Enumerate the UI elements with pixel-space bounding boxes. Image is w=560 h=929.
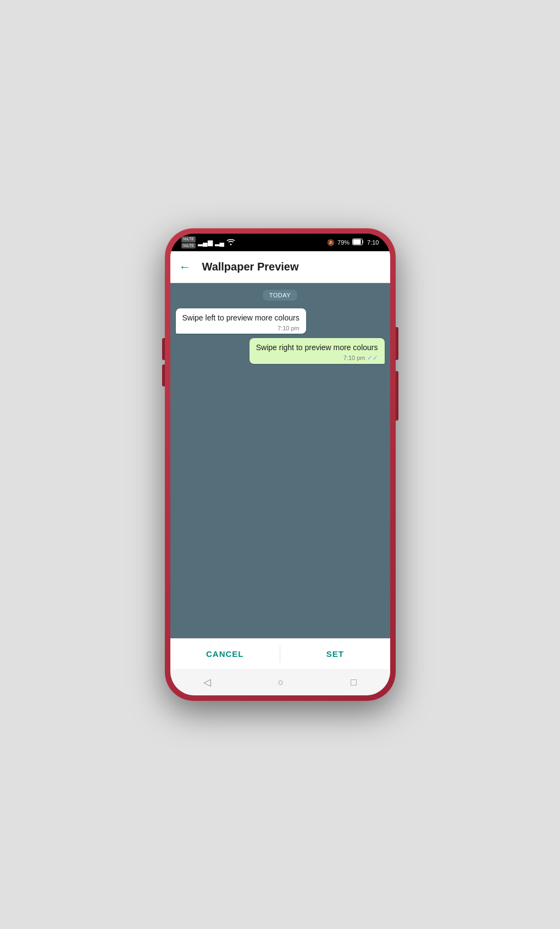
phone-device: VoLTE VoLTE ▂▄▆ ▂▄ 🔕 79% [165,228,396,701]
battery-percent: 79% [337,239,350,246]
sent-message-meta: 7:10 pm ✓✓ [256,354,378,362]
sent-message-time: 7:10 pm [343,355,365,361]
status-left: VoLTE VoLTE ▂▄▆ ▂▄ [181,236,236,248]
navigation-bar: ◁ ○ □ [170,669,390,695]
volume-up-button [162,338,165,360]
wifi-icon [226,239,235,247]
signal2-icon: ▂▄ [215,239,225,246]
volume-buttons [162,338,165,386]
action-bar: CANCEL SET [170,638,390,669]
sent-message-text: Swipe right to preview more colours [256,342,378,353]
volume-down-button [162,364,165,386]
volte1-badge: VoLTE [181,236,196,242]
back-button[interactable]: ← [179,260,191,274]
app-bar: ← Wallpaper Preview [170,251,390,283]
received-message-meta: 7:10 pm [182,325,300,331]
app-screen: ← Wallpaper Preview TODAY Swipe left to … [170,251,390,695]
read-receipt-icon: ✓✓ [367,354,378,362]
clock: 7:10 [367,239,379,246]
status-right: 🔕 79% 7:10 [327,239,379,246]
cancel-button[interactable]: CANCEL [170,639,280,669]
volte2-badge: VoLTE [181,243,196,248]
received-message-time: 7:10 pm [278,325,300,331]
chat-preview-area: TODAY Swipe left to preview more colours… [170,283,390,638]
phone-screen: VoLTE VoLTE ▂▄▆ ▂▄ 🔕 79% [170,234,390,695]
mute-icon: 🔕 [327,239,335,246]
received-message-text: Swipe left to preview more colours [182,313,300,324]
nav-recents-icon[interactable]: □ [351,677,357,688]
signal-icon: ▂▄▆ [198,239,213,246]
nav-home-icon[interactable]: ○ [278,677,284,688]
battery-icon [352,239,364,246]
nav-back-icon[interactable]: ◁ [203,676,211,688]
sent-message-bubble: Swipe right to preview more colours 7:10… [249,338,385,364]
set-button[interactable]: SET [280,639,390,669]
status-bar: VoLTE VoLTE ▂▄▆ ▂▄ 🔕 79% [170,234,390,251]
page-title: Wallpaper Preview [202,261,299,273]
date-badge: TODAY [263,290,297,301]
received-message-bubble: Swipe left to preview more colours 7:10 … [176,308,306,334]
svg-rect-1 [353,240,361,245]
